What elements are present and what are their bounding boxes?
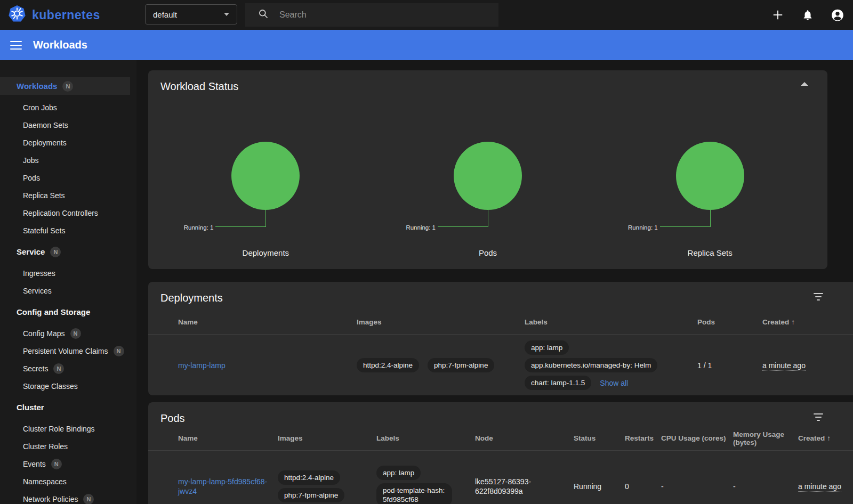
deployments-pie-chart: Running: 1 Deployments xyxy=(155,142,377,257)
name-column-header[interactable]: Name xyxy=(178,427,278,450)
pie-annotation: Running: 1 xyxy=(599,210,821,227)
status-text-column-header[interactable]: Status xyxy=(574,427,625,450)
label-chip: app: lamp xyxy=(525,340,569,355)
sidebar-item-services[interactable]: Services xyxy=(0,282,136,299)
pie-annotation-label: Running: 1 xyxy=(184,224,214,231)
sidebar-item-label: Config Maps xyxy=(23,329,65,338)
sidebar-item-label: Cron Jobs xyxy=(23,103,57,112)
pods-title: Pods xyxy=(160,412,185,425)
sidebar-item-cluster-roles[interactable]: Cluster Roles xyxy=(0,437,136,455)
sidebar-item-config-and-storage[interactable]: Config and Storage xyxy=(0,303,136,321)
created-timestamp: a minute ago xyxy=(798,482,841,492)
namespace-value: default xyxy=(153,10,177,19)
pie-running-slice[interactable] xyxy=(676,142,744,210)
menu-hamburger-icon[interactable] xyxy=(10,41,22,50)
sidebar-item-cluster-role-bindings[interactable]: Cluster Role Bindings xyxy=(0,420,136,437)
labels-column-header[interactable]: Labels xyxy=(376,427,475,450)
pie-annotation: Running: 1 xyxy=(377,210,599,227)
sidebar-item-label: Services xyxy=(23,287,52,295)
sidebar-item-pods[interactable]: Pods xyxy=(0,169,136,186)
brand[interactable]: kubernetes xyxy=(7,4,100,26)
sidebar-item-label: Stateful Sets xyxy=(23,226,65,235)
search-input[interactable] xyxy=(279,10,471,20)
memory-usage-column-header[interactable]: Memory Usage (bytes) xyxy=(733,427,798,450)
sidebar-item-events[interactable]: Events N xyxy=(0,455,136,473)
sidebar-item-service[interactable]: Service N xyxy=(0,243,136,261)
app-bar: Workloads xyxy=(0,30,853,60)
show-all-labels-link[interactable]: Show all xyxy=(600,379,628,387)
image-chip: httpd:2.4-alpine xyxy=(357,358,419,372)
namespaced-badge: N xyxy=(70,328,81,339)
pods-column-header[interactable]: Pods xyxy=(697,311,762,334)
sidebar-item-label: Service xyxy=(17,247,45,256)
pod-cpu-usage: - xyxy=(661,482,664,491)
search-bar[interactable] xyxy=(245,3,498,27)
pods-table: Name Images Labels Node Status Restarts … xyxy=(148,427,853,504)
sidebar-item-replica-sets[interactable]: Replica Sets xyxy=(0,186,136,204)
node-column-header[interactable]: Node xyxy=(475,427,574,450)
pie-running-slice[interactable] xyxy=(454,142,522,210)
sidebar-item-network-policies[interactable]: Network Policies N xyxy=(0,490,136,504)
sidebar-item-label: Network Policies xyxy=(23,495,78,503)
namespace-selector[interactable]: default xyxy=(145,4,237,25)
pods-header-row: Name Images Labels Node Status Restarts … xyxy=(148,427,853,450)
collapse-card-icon[interactable] xyxy=(801,82,808,86)
cpu-usage-column-header[interactable]: CPU Usage (cores) xyxy=(661,427,733,450)
images-column-header[interactable]: Images xyxy=(278,427,376,450)
sidebar-item-label: Namespaces xyxy=(23,477,67,486)
created-header-label: Created xyxy=(798,434,825,442)
deployment-name-link[interactable]: my-lamp-lamp xyxy=(178,361,226,370)
label-chip: pod-template-hash: 5fd985cf68 xyxy=(376,483,452,504)
labels-column-header[interactable]: Labels xyxy=(525,311,697,334)
filter-icon[interactable] xyxy=(812,291,824,302)
sidebar-item-label: Events xyxy=(23,460,46,468)
deployments-card: Deployments Name Images Labels Pods Crea… xyxy=(148,282,853,395)
image-chip: php:7-fpm-alpine xyxy=(278,488,344,502)
pie-chart-title: Replica Sets xyxy=(688,248,733,257)
sidebar-item-storage-classes[interactable]: Storage Classes xyxy=(0,377,136,395)
sidebar-item-persistent-volume-claims[interactable]: Persistent Volume Claims N xyxy=(0,342,136,360)
sidebar-item-label: Cluster Roles xyxy=(23,442,68,451)
create-resource-button[interactable] xyxy=(771,8,785,22)
sidebar-item-label: Daemon Sets xyxy=(23,121,68,129)
filter-icon[interactable] xyxy=(812,412,824,422)
restarts-column-header[interactable]: Restarts xyxy=(625,427,661,450)
name-column-header[interactable]: Name xyxy=(178,311,357,334)
images-column-header[interactable]: Images xyxy=(357,311,525,334)
image-chip: httpd:2.4-alpine xyxy=(278,470,340,485)
notifications-bell-icon[interactable] xyxy=(801,8,815,22)
sidebar-item-label: Replication Controllers xyxy=(23,209,98,217)
sidebar-item-replication-controllers[interactable]: Replication Controllers xyxy=(0,204,136,222)
pie-chart-title: Pods xyxy=(479,248,497,257)
pod-name-link[interactable]: my-lamp-lamp-5fd985cf68-jwvz4 xyxy=(178,477,272,496)
sidebar-item-daemon-sets[interactable]: Daemon Sets xyxy=(0,116,136,134)
created-column-header[interactable]: Created↑ xyxy=(762,311,853,334)
sidebar-item-config-maps[interactable]: Config Maps N xyxy=(0,324,136,342)
sidebar-item-ingresses[interactable]: Ingresses xyxy=(0,264,136,282)
sidebar-item-deployments[interactable]: Deployments xyxy=(0,134,136,151)
sidebar-nav: Workloads N Cron Jobs Daemon Sets Deploy… xyxy=(0,60,136,504)
sidebar-item-secrets[interactable]: Secrets N xyxy=(0,360,136,377)
pie-annotation: Running: 1 xyxy=(155,210,377,227)
topbar-actions xyxy=(771,0,844,30)
workload-status-card: Workload Status Running: 1 Deployments R… xyxy=(148,70,827,269)
sidebar-item-label: Storage Classes xyxy=(23,382,78,391)
sidebar-item-cron-jobs[interactable]: Cron Jobs xyxy=(0,99,136,116)
sidebar-item-workloads[interactable]: Workloads N xyxy=(0,77,130,95)
sidebar-item-label: Ingresses xyxy=(23,269,55,278)
sidebar-item-stateful-sets[interactable]: Stateful Sets xyxy=(0,222,136,239)
pie-running-slice[interactable] xyxy=(231,142,300,210)
created-column-header[interactable]: Created↑ xyxy=(798,427,853,450)
sort-ascending-icon: ↑ xyxy=(827,434,831,442)
deployments-header-row: Name Images Labels Pods Created↑ xyxy=(148,311,853,334)
sidebar-item-label: Replica Sets xyxy=(23,191,65,200)
sidebar-item-label: Deployments xyxy=(23,139,67,147)
account-avatar-icon[interactable] xyxy=(831,8,844,22)
pods-pie-chart: Running: 1 Pods xyxy=(377,142,599,257)
sidebar-item-cluster[interactable]: Cluster xyxy=(0,399,136,416)
namespaced-badge: N xyxy=(83,494,94,504)
sidebar-item-jobs[interactable]: Jobs xyxy=(0,151,136,169)
pie-chart-title: Deployments xyxy=(243,248,289,257)
sidebar-item-namespaces[interactable]: Namespaces xyxy=(0,473,136,490)
sidebar-item-label: Secrets xyxy=(23,364,48,373)
